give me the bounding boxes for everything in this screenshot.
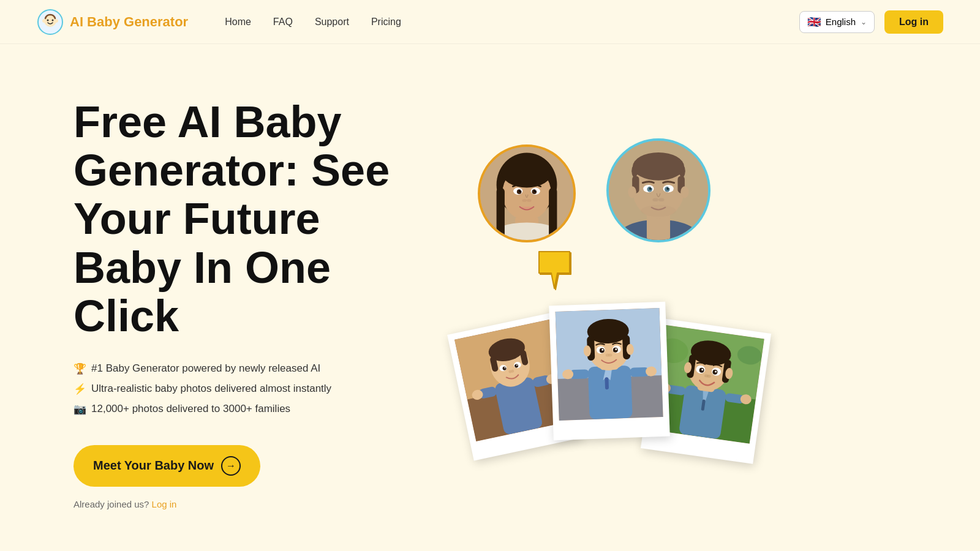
svg-point-43: [668, 187, 669, 188]
svg-point-45: [658, 198, 665, 201]
feature-text-3: 12,000+ photos delivered to 3000+ famili…: [91, 403, 290, 415]
hero-title: Free AI Baby Generator: See Your Future …: [74, 98, 417, 340]
language-label: English: [826, 17, 856, 27]
svg-point-34: [628, 186, 636, 198]
down-arrow-icon: [536, 249, 573, 300]
nav-home[interactable]: Home: [225, 17, 251, 27]
feature-text-2: Ultra-realistic baby photos delivered al…: [91, 383, 331, 395]
svg-point-35: [680, 186, 688, 198]
svg-marker-47: [539, 252, 570, 288]
nav-support[interactable]: Support: [315, 17, 349, 27]
father-photo: [606, 138, 710, 242]
login-link[interactable]: Log in: [152, 499, 177, 509]
father-face-svg: [609, 138, 708, 242]
hero-section: Free AI Baby Generator: See Your Future …: [0, 44, 980, 551]
trophy-icon: 🏆: [74, 362, 86, 375]
svg-point-46: [641, 205, 676, 217]
cta-button[interactable]: Meet Your Baby Now →: [74, 445, 260, 487]
nav-right: 🇬🇧 English ⌄ Log in: [799, 10, 943, 34]
hero-features: 🏆 #1 Baby Generator powered by newly rel…: [74, 362, 417, 416]
svg-point-3: [52, 19, 54, 21]
flag-icon: 🇬🇧: [807, 15, 821, 29]
camera-icon: 📷: [74, 403, 86, 416]
chevron-down-icon: ⌄: [861, 18, 867, 26]
svg-point-19: [535, 189, 537, 190]
already-joined-text: Already joined us? Log in: [74, 499, 417, 509]
cta-label: Meet Your Baby Now: [93, 459, 214, 473]
feature-item: 📷 12,000+ photos delivered to 3000+ fami…: [74, 403, 417, 416]
feature-item: ⚡ Ultra-realistic baby photos delivered …: [74, 383, 417, 395]
svg-point-14: [519, 190, 521, 192]
feature-text-1: #1 Baby Generator powered by newly relea…: [91, 362, 320, 375]
svg-point-39: [651, 187, 652, 188]
svg-point-5: [55, 19, 58, 23]
svg-point-15: [521, 189, 522, 190]
login-button[interactable]: Log in: [884, 10, 943, 34]
svg-point-44: [652, 198, 658, 201]
svg-point-2: [47, 19, 49, 21]
hero-illustration: [441, 120, 943, 487]
svg-point-20: [522, 199, 527, 202]
svg-rect-25: [549, 188, 557, 241]
arrow-right-icon: →: [221, 456, 241, 476]
svg-point-11: [501, 155, 552, 187]
baby-photo-2-svg: [556, 308, 663, 421]
polaroid-photo-2: [549, 302, 670, 440]
hero-left: Free AI Baby Generator: See Your Future …: [74, 98, 441, 509]
feature-item: 🏆 #1 Baby Generator powered by newly rel…: [74, 362, 417, 375]
logo-icon: [37, 9, 64, 36]
nav-faq[interactable]: FAQ: [273, 17, 293, 27]
lightning-icon: ⚡: [74, 383, 86, 395]
svg-point-4: [42, 19, 46, 23]
svg-rect-99: [679, 384, 727, 440]
logo-link[interactable]: AI Baby Generator: [37, 9, 188, 36]
mother-face-svg: [480, 144, 573, 242]
nav-pricing[interactable]: Pricing: [371, 17, 401, 27]
language-selector[interactable]: 🇬🇧 English ⌄: [799, 11, 875, 33]
logo-text: AI Baby Generator: [70, 14, 188, 30]
svg-point-21: [527, 199, 532, 202]
nav-links: Home FAQ Support Pricing: [225, 17, 401, 28]
svg-point-31: [633, 152, 684, 181]
svg-rect-74: [605, 377, 609, 389]
svg-rect-24: [497, 188, 505, 241]
mother-photo: [478, 144, 576, 242]
navbar: AI Baby Generator Home FAQ Support Prici…: [0, 0, 980, 44]
svg-point-18: [534, 190, 536, 192]
